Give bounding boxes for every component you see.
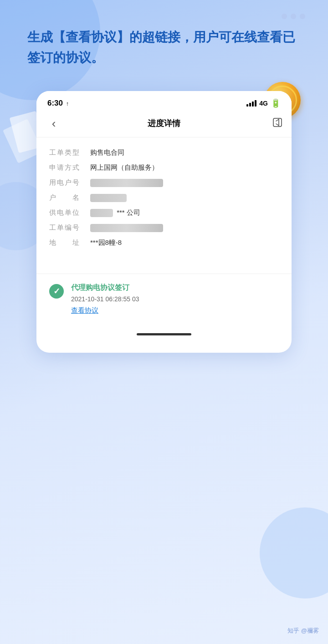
status-bar: 6:30 ↑ 4G 🔋 bbox=[36, 91, 292, 112]
status-icons: 4G 🔋 bbox=[246, 98, 281, 108]
value-supplier: *** 公司 bbox=[90, 208, 279, 217]
label-account: 用电户号 bbox=[49, 178, 90, 187]
value-type: 购售电合同 bbox=[90, 148, 279, 157]
label-workorder: 工单编号 bbox=[49, 223, 90, 232]
section-divider bbox=[36, 274, 292, 274]
share-button[interactable] bbox=[266, 117, 282, 130]
home-indicator bbox=[137, 333, 191, 335]
info-row-supplier: 供电单位 *** 公司 bbox=[49, 208, 279, 217]
svg-rect-0 bbox=[273, 118, 282, 127]
label-method: 申请方式 bbox=[49, 163, 90, 172]
progress-check-icon: ✓ bbox=[49, 284, 64, 299]
value-workorder bbox=[90, 223, 279, 232]
info-row-name: 户 名 bbox=[49, 193, 279, 202]
progress-section: ✓ 代理购电协议签订 2021-10-31 06:28:55 03 查看协议 bbox=[36, 283, 292, 324]
value-address: ***园8幢-8 bbox=[90, 238, 279, 247]
signal-bars bbox=[246, 100, 256, 106]
network-label: 4G bbox=[259, 100, 268, 107]
nav-bar: ‹ 进度详情 bbox=[36, 112, 292, 137]
supplier-suffix: *** 公司 bbox=[117, 208, 140, 216]
bg-circle-2 bbox=[260, 507, 328, 598]
label-supplier: 供电单位 bbox=[49, 208, 90, 217]
phone-mockup: 6:30 ↑ 4G 🔋 ‹ 进度详情 工单类型 bbox=[36, 91, 292, 353]
blurred-supplier bbox=[90, 209, 113, 217]
info-row-address: 地 址 ***园8幢-8 bbox=[49, 238, 279, 247]
value-account bbox=[90, 178, 279, 187]
watermark: 知乎 @禰雾 bbox=[287, 627, 319, 635]
info-row-account: 用电户号 bbox=[49, 178, 279, 187]
label-type: 工单类型 bbox=[49, 148, 90, 157]
info-row-type: 工单类型 购售电合同 bbox=[49, 148, 279, 157]
back-button[interactable]: ‹ bbox=[46, 117, 62, 131]
description-area: 生成【查看协议】的超链接，用户可在线查看已签订的协议。 bbox=[0, 0, 328, 82]
info-section: 工单类型 购售电合同 申请方式 网上国网（自助服务） 用电户号 户 名 供电单位… bbox=[36, 137, 292, 264]
progress-time: 2021-10-31 06:28:55 03 bbox=[71, 295, 279, 303]
label-name: 户 名 bbox=[49, 193, 90, 202]
description-text: 生成【查看协议】的超链接，用户可在线查看已签订的协议。 bbox=[27, 27, 305, 68]
value-method: 网上国网（自助服务） bbox=[90, 163, 279, 172]
view-agreement-link[interactable]: 查看协议 bbox=[71, 306, 279, 315]
info-row-method: 申请方式 网上国网（自助服务） bbox=[49, 163, 279, 172]
value-name bbox=[90, 193, 279, 202]
label-address: 地 址 bbox=[49, 238, 90, 247]
blurred-name bbox=[90, 194, 127, 202]
location-arrow-icon: ↑ bbox=[66, 100, 69, 107]
info-row-workorder: 工单编号 bbox=[49, 223, 279, 232]
blurred-account bbox=[90, 179, 163, 187]
page-title: 进度详情 bbox=[148, 118, 180, 129]
blurred-workorder bbox=[90, 224, 163, 232]
status-time: 6:30 ↑ bbox=[47, 99, 69, 108]
progress-title: 代理购电协议签订 bbox=[71, 283, 279, 293]
progress-content: 代理购电协议签订 2021-10-31 06:28:55 03 查看协议 bbox=[71, 283, 279, 315]
progress-item: ✓ 代理购电协议签订 2021-10-31 06:28:55 03 查看协议 bbox=[49, 283, 279, 315]
battery-icon: 🔋 bbox=[271, 98, 281, 108]
